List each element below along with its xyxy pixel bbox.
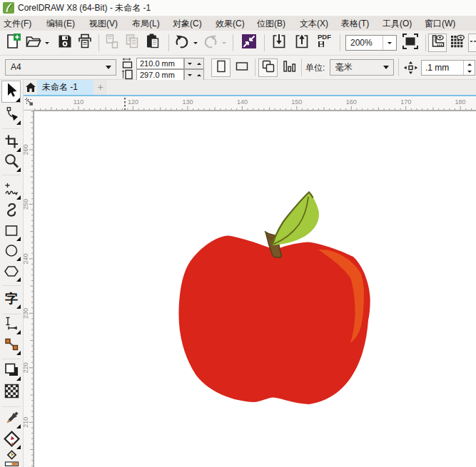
zoom-tool[interactable]	[3, 154, 21, 172]
chevron-down-icon	[193, 42, 198, 44]
welcome-screen-button[interactable]	[240, 34, 258, 52]
color-eyedropper-tool[interactable]	[3, 411, 21, 428]
paste-button[interactable]	[143, 34, 162, 52]
spin-up-button[interactable]	[194, 70, 203, 80]
welcome-tab-button[interactable]	[24, 80, 37, 95]
chevron-down-icon	[383, 66, 389, 69]
spin-down-button[interactable]	[185, 70, 194, 80]
export-button[interactable]	[293, 34, 311, 52]
chevron-down-icon	[222, 42, 226, 44]
open-folder-icon	[25, 33, 42, 53]
transparency-tool[interactable]	[3, 384, 21, 401]
page-height-field[interactable]	[136, 69, 184, 81]
zoom-level-dropdown-button[interactable]	[383, 36, 396, 50]
artistic-tool-icon	[3, 201, 21, 222]
new-document-button[interactable]	[4, 34, 22, 52]
open-button[interactable]	[24, 34, 43, 52]
redo-arrow-icon	[202, 33, 219, 53]
spin-up-button[interactable]	[194, 58, 203, 68]
page-height-row	[121, 69, 204, 81]
current-page-icon	[280, 57, 298, 78]
freehand-tool[interactable]	[3, 182, 21, 200]
ruler-eye-icon	[429, 33, 446, 53]
menu-item-6[interactable]: 效果(C)	[216, 16, 245, 31]
artistic-media-tool[interactable]	[3, 202, 21, 220]
smart-fill-tool[interactable]	[3, 451, 21, 467]
spin-up-button[interactable]	[464, 61, 475, 68]
spin-down-button[interactable]	[185, 58, 194, 68]
all-pages-button[interactable]	[258, 58, 278, 77]
menu-item-9[interactable]: 表格(T)	[341, 16, 369, 31]
redo-dropdown-button[interactable]	[220, 34, 228, 52]
menu-item-11[interactable]: 窗口(W)	[425, 16, 455, 31]
flyout-arrow-icon	[16, 445, 21, 449]
undo-button[interactable]	[173, 34, 191, 52]
ruler-origin-icon	[25, 98, 32, 105]
page-size-combobox[interactable]: A4	[5, 59, 116, 76]
menu-item-4[interactable]: 布局(L)	[132, 16, 160, 31]
nudge-spinner[interactable]	[463, 61, 475, 75]
horizontal-ruler[interactable]: 110120130140150160170180	[24, 96, 476, 111]
undo-dropdown-button[interactable]	[191, 34, 200, 52]
grid-eye-icon	[449, 33, 466, 53]
save-button[interactable]	[56, 34, 74, 52]
printer-icon	[76, 33, 93, 53]
show-rulers-button[interactable]	[428, 34, 447, 52]
show-grid-button[interactable]	[448, 34, 467, 52]
zoom-level-combobox[interactable]: 200%	[345, 35, 397, 51]
menu-item-3[interactable]: 视图(V)	[89, 16, 118, 31]
menu-item-1[interactable]: 文件(F)	[4, 16, 31, 31]
spin-down-button[interactable]	[464, 68, 475, 75]
units-combobox[interactable]: 毫米	[330, 59, 394, 76]
menu-item-7[interactable]: 位图(B)	[257, 16, 285, 31]
portrait-button[interactable]	[211, 58, 231, 77]
parallel-dimension-tool[interactable]	[3, 317, 21, 334]
nudge-offset-field[interactable]: .1 mm	[421, 60, 475, 76]
open-dropdown-button[interactable]	[43, 34, 51, 52]
shape-tool[interactable]	[3, 107, 21, 125]
menu-item-8[interactable]: 文本(X)	[300, 16, 328, 31]
landscape-button[interactable]	[232, 58, 251, 77]
h-ruler-label: 180	[455, 98, 466, 106]
cut-button[interactable]	[103, 34, 121, 52]
menu-item-2[interactable]: 编辑(E)	[46, 16, 75, 31]
toolbar-separator	[425, 34, 426, 51]
menu-item-10[interactable]: 工具(O)	[383, 16, 412, 31]
document-tab[interactable]: 未命名 -1	[37, 80, 93, 95]
v-ruler-label: 210	[24, 417, 29, 428]
new-tab-button[interactable]: +	[93, 80, 107, 95]
vertical-ruler[interactable]: 210220230240250260	[24, 111, 34, 467]
document-tab-title: 未命名 -1	[42, 80, 78, 95]
connector-tool[interactable]	[3, 337, 21, 355]
fullscreen-preview-button[interactable]	[401, 34, 420, 52]
chevron-down-icon	[106, 66, 111, 69]
import-box-icon	[270, 33, 288, 53]
page-height-spinner[interactable]	[184, 69, 204, 81]
polygon-tool[interactable]	[3, 264, 21, 282]
page-width-field[interactable]	[136, 58, 184, 69]
menu-item-5[interactable]: 对象(C)	[173, 16, 202, 31]
drop-shadow-tool[interactable]	[3, 363, 21, 381]
nudge-offset-icon	[403, 61, 418, 75]
crop-tool[interactable]	[3, 134, 21, 152]
show-guidelines-button[interactable]	[468, 34, 476, 52]
coreldraw-logo-icon	[3, 2, 14, 14]
print-button[interactable]	[76, 34, 94, 52]
current-page-button[interactable]	[279, 58, 298, 77]
redo-button[interactable]	[201, 34, 220, 52]
publish-pdf-button[interactable]: PDF	[315, 34, 334, 52]
save-floppy-icon	[56, 33, 74, 53]
toolbar-separator	[98, 34, 99, 51]
home-icon	[26, 83, 36, 92]
page-width-icon	[121, 58, 135, 68]
pick-tool[interactable]	[1, 81, 21, 103]
property-bar: A4 单位: 毫米 .1 mm	[0, 56, 476, 80]
text-tool[interactable]: 字	[3, 291, 21, 309]
rectangle-tool[interactable]	[3, 223, 21, 241]
drawing-canvas[interactable]	[34, 111, 476, 467]
page-width-spinner[interactable]	[184, 58, 204, 69]
interactive-fill-tool[interactable]	[3, 431, 21, 449]
import-button[interactable]	[270, 34, 288, 52]
ellipse-tool[interactable]	[3, 243, 21, 261]
copy-button[interactable]	[123, 34, 141, 52]
